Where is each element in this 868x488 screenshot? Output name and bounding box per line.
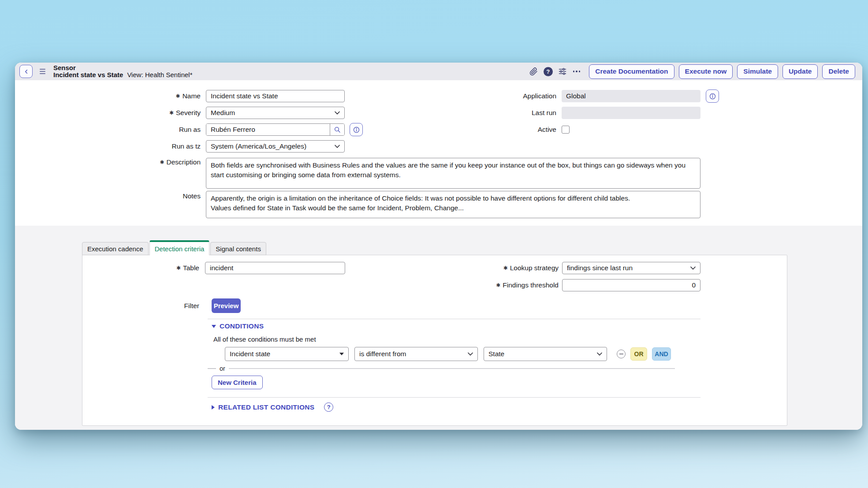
condition-field-select[interactable]: Incident state <box>225 347 349 361</box>
more-actions-icon[interactable] <box>572 71 581 72</box>
table-input[interactable] <box>205 262 345 274</box>
run-as-label: Run as <box>15 123 201 136</box>
header-actions: ? Create Documentation Execute now Simul… <box>529 64 855 79</box>
tab-detection-criteria[interactable]: Detection criteria <box>149 240 210 255</box>
divider <box>208 319 700 319</box>
findings-threshold-label: ✱Findings threshold <box>444 279 559 291</box>
chevron-left-icon <box>23 68 30 75</box>
divider <box>208 397 700 398</box>
lookup-strategy-select[interactable]: findings since last run <box>562 262 700 274</box>
active-label: Active <box>456 123 556 136</box>
last-run-label: Last run <box>456 107 556 119</box>
lookup-strategy-label: ✱Lookup strategy <box>444 262 559 274</box>
run-as-tz-select[interactable]: System (America/Los_Angeles) <box>206 140 345 153</box>
active-checkbox[interactable] <box>562 126 570 134</box>
description-label: ✱Description <box>15 158 201 167</box>
search-icon[interactable] <box>330 124 344 135</box>
table-label: ✱Table <box>82 262 199 274</box>
notes-label: Notes <box>15 192 201 201</box>
info-icon <box>709 93 716 100</box>
last-run-field <box>562 107 700 119</box>
required-marker: ✱ <box>176 265 181 271</box>
dropdown-arrow-icon <box>339 353 344 355</box>
record-title-block: Sensor Incident state vs StateView: Heal… <box>53 64 193 78</box>
condition-value-select[interactable]: State <box>484 347 607 361</box>
tab-execution-cadence[interactable]: Execution cadence <box>82 242 149 255</box>
paperclip-icon[interactable] <box>529 66 539 77</box>
back-button[interactable] <box>19 65 33 78</box>
required-marker: ✱ <box>176 93 180 99</box>
chevron-down-icon <box>690 266 696 270</box>
sliders-icon[interactable] <box>557 66 568 77</box>
divider <box>229 368 675 369</box>
severity-label: ✱Severity <box>15 107 201 119</box>
conditions-title: CONDITIONS <box>220 322 264 330</box>
run-as-input[interactable] <box>206 124 330 135</box>
chevron-down-icon <box>597 352 602 356</box>
sensor-record-window: Sensor Incident state vs StateView: Heal… <box>15 63 862 430</box>
required-marker: ✱ <box>496 282 500 288</box>
required-marker: ✱ <box>160 159 164 165</box>
run-as-tz-label: Run as tz <box>15 140 201 153</box>
view-label: View: Health Sentinel* <box>127 71 192 78</box>
tab-strip: Execution cadence Detection criteria Sig… <box>82 240 267 255</box>
conditions-subtitle: All of these conditions must be met <box>213 335 316 343</box>
record-title: Incident state vs State <box>53 71 123 78</box>
application-info-button[interactable] <box>706 89 719 103</box>
remove-condition-icon[interactable] <box>617 350 626 358</box>
or-condition-button[interactable]: OR <box>630 347 647 361</box>
chevron-down-icon <box>468 352 473 356</box>
notes-textarea[interactable] <box>206 191 700 218</box>
tab-signal-contents[interactable]: Signal contents <box>210 242 266 255</box>
create-documentation-button[interactable]: Create Documentation <box>589 64 674 79</box>
related-list-conditions-header[interactable]: RELATED LIST CONDITIONS ? <box>212 402 333 412</box>
divider <box>208 368 216 369</box>
severity-select[interactable]: Medium <box>206 107 345 119</box>
chevron-down-icon <box>335 111 340 115</box>
context-menu-icon[interactable] <box>40 69 45 74</box>
or-separator-label: or <box>220 365 225 372</box>
application-field: Global <box>562 90 700 102</box>
description-textarea[interactable] <box>206 158 700 189</box>
conditions-section-header[interactable]: CONDITIONS <box>212 322 264 330</box>
related-list-help-icon[interactable]: ? <box>324 402 333 412</box>
run-as-info-button[interactable] <box>350 123 363 136</box>
condition-operator-select[interactable]: is different from <box>354 347 478 361</box>
filter-label: Filter <box>82 300 199 312</box>
execute-now-button[interactable]: Execute now <box>679 64 733 79</box>
and-condition-button[interactable]: AND <box>652 347 671 361</box>
detection-criteria-pane: ✱Table ✱Lookup strategy findings since l… <box>82 255 787 426</box>
desktop-background: Sensor Incident state vs StateView: Heal… <box>0 0 868 488</box>
chevron-down-icon <box>335 145 340 148</box>
preview-button[interactable]: Preview <box>212 298 241 313</box>
required-marker: ✱ <box>169 110 174 116</box>
findings-threshold-input[interactable] <box>562 279 700 291</box>
form-header-bar: Sensor Incident state vs StateView: Heal… <box>15 63 862 80</box>
delete-button[interactable]: Delete <box>822 64 855 79</box>
help-icon[interactable]: ? <box>544 67 553 76</box>
name-input[interactable] <box>206 90 345 102</box>
update-button[interactable]: Update <box>782 64 818 79</box>
expand-triangle-icon <box>212 405 215 410</box>
collapse-triangle-icon <box>212 325 216 328</box>
application-label: Application <box>456 90 556 102</box>
required-marker: ✱ <box>503 265 508 271</box>
related-list-conditions-title: RELATED LIST CONDITIONS <box>218 403 314 411</box>
record-type-label: Sensor <box>53 64 193 71</box>
or-separator: or <box>208 365 675 372</box>
name-label: ✱Name <box>15 90 201 102</box>
simulate-button[interactable]: Simulate <box>737 64 778 79</box>
new-criteria-button[interactable]: New Criteria <box>212 376 263 389</box>
info-icon <box>353 126 360 134</box>
